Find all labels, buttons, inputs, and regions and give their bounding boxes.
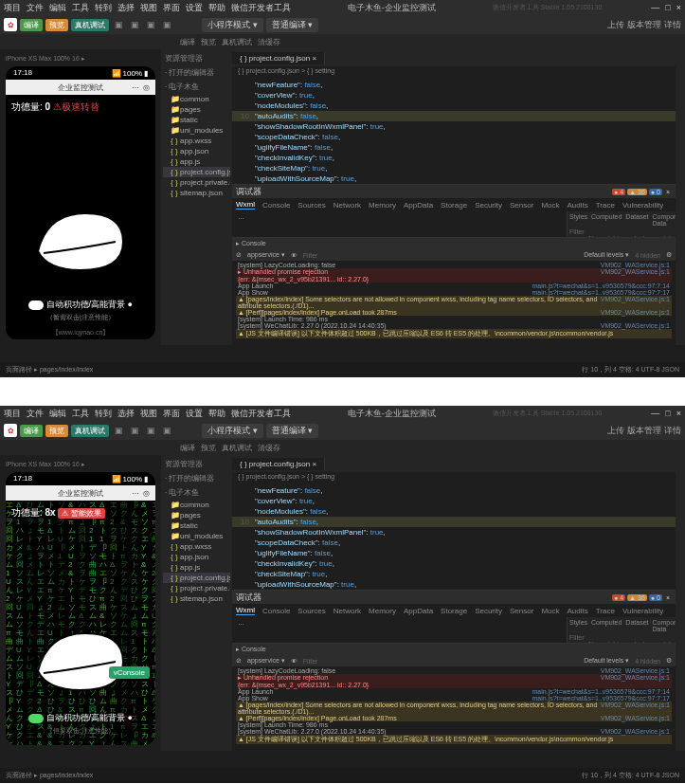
tree-item[interactable]: { }sitemap.json — [163, 593, 230, 604]
toolbar-right-item[interactable]: 版本管理 — [627, 425, 661, 437]
devtools-tab[interactable]: AppData — [404, 607, 433, 615]
capsule-close-icon[interactable]: ◎ — [143, 489, 150, 498]
log-row[interactable]: ▸ Unhandled promise rejectionVM902_WASer… — [236, 674, 672, 682]
code-line[interactable]: "checkInvalidKey": true, — [232, 558, 676, 569]
toolbar-right-item[interactable]: 上传 — [607, 425, 624, 437]
code-line[interactable]: "newFeature": false, — [232, 485, 676, 496]
toggle-row[interactable]: 自动积功德/高能背景 ● — [6, 712, 155, 724]
mode-select[interactable]: 小程序模式 ▾ — [202, 424, 263, 438]
open-editors-header[interactable]: · 打开的编辑器 — [163, 65, 230, 80]
elements-panel[interactable]: …StylesComputedDatasetComponent DataFilt… — [232, 211, 676, 238]
preview-button[interactable]: 预览 — [45, 19, 68, 31]
subtool-item[interactable]: 真机调试 — [222, 443, 252, 453]
breadcrumb[interactable]: { } project.config.json > { } setting — [232, 66, 676, 78]
devtools-tab[interactable]: Mock — [541, 607, 559, 615]
log-row[interactable]: ▲ [JS 文件编译错误] 以下文件体积超过 500KB，已跳过压缩以及 ES6… — [236, 329, 672, 338]
tree-item[interactable]: 📁common — [163, 500, 230, 510]
tree-item[interactable]: 📁pages — [163, 510, 230, 520]
devtools-tab[interactable]: Security — [475, 607, 502, 615]
devtools-tab[interactable]: Sensor — [510, 201, 533, 210]
devtools-tab[interactable]: Memory — [369, 201, 396, 210]
console-log[interactable]: [system] LazyCodeLoading: falseVM902_WAS… — [232, 261, 676, 345]
devtools-tab[interactable]: Vulnerability — [622, 201, 663, 210]
code-line[interactable]: "scopeDataCheck": false, — [232, 132, 676, 142]
code-line[interactable]: "newFeature": false, — [232, 80, 676, 90]
info-count[interactable]: ● 0 — [649, 189, 662, 195]
log-row[interactable]: [system] Launch Time: 986 ms — [236, 721, 672, 728]
log-row[interactable]: App Showmain.js?t=wechat&s=1..v9536579&c… — [236, 695, 672, 702]
toolbar-icon[interactable]: ▣ — [144, 424, 157, 437]
realdevice-button[interactable]: 真机调试 — [71, 19, 109, 31]
info-count[interactable]: ● 0 — [649, 594, 662, 601]
tree-item[interactable]: { }project.config.json — [163, 167, 230, 177]
realdevice-button[interactable]: 真机调试 — [71, 425, 109, 437]
tree-item[interactable]: { }app.json — [163, 146, 230, 156]
toolbar-icon[interactable]: ▣ — [160, 18, 173, 31]
eye-icon[interactable]: 👁 — [291, 252, 297, 259]
devtools-tab[interactable]: Mock — [541, 201, 559, 210]
log-row[interactable]: ▲ [Perf][pages/index/index] Page.onLoad … — [236, 309, 672, 316]
code-line[interactable]: "scopeDataCheck": false, — [232, 538, 676, 548]
devtools-tab[interactable]: Wxml — [236, 606, 255, 615]
code-line[interactable]: "checkSiteMap": true, — [232, 163, 676, 173]
styles-tab[interactable]: Styles — [569, 619, 587, 632]
toolbar-right-item[interactable]: 详情 — [664, 19, 681, 31]
gear-icon[interactable]: ⚙ — [666, 251, 672, 259]
log-row[interactable]: ▲ [pages/index/index] Some selectors are… — [236, 702, 672, 715]
subtool-item[interactable]: 清缓存 — [258, 443, 280, 453]
warn-count[interactable]: ▲ 36 — [627, 594, 647, 601]
menu-item[interactable]: 工具 — [72, 2, 89, 14]
compile-select[interactable]: 普通编译 ▾ — [266, 424, 319, 438]
capsule-close-icon[interactable]: ◎ — [143, 83, 150, 92]
menu-item[interactable]: 帮助 — [208, 408, 225, 420]
code-line[interactable]: "uploadWithSourceMap": true, — [232, 173, 676, 184]
menu-item[interactable]: 工具 — [72, 408, 89, 420]
maximize-icon[interactable]: □ — [665, 3, 670, 12]
warn-count[interactable]: ▲ 36 — [627, 189, 647, 195]
menu-item[interactable]: 编辑 — [49, 408, 66, 420]
phone-content[interactable]: 功德量: 0 ⚠极速转替 自动积功德/高能背景 ●（暂需双击|注意性能）【www… — [6, 95, 155, 339]
code-line[interactable]: "uploadWithSourceMap": true, — [232, 579, 676, 590]
code-line[interactable]: "uglifyFileName": false, — [232, 548, 676, 558]
tree-item[interactable]: { }app.js — [163, 562, 230, 573]
tree-item[interactable]: { }app.js — [163, 156, 230, 167]
code-line[interactable]: "coverView": true, — [232, 496, 676, 506]
tree-item[interactable]: 📁pages — [163, 104, 230, 115]
log-row[interactable]: {err: &{msec_wx_2_v95b21391... id:: 2.27… — [236, 682, 672, 688]
devtools-close-icon[interactable]: × — [664, 594, 672, 601]
levels-select[interactable]: Default levels ▾ — [584, 657, 629, 665]
status-path[interactable]: 页面路径 ▸ pages/index/index — [6, 771, 93, 780]
toggle-switch[interactable] — [28, 301, 44, 310]
log-row[interactable]: [system] LazyCodeLoading: falseVM902_WAS… — [236, 667, 672, 674]
open-editors-header[interactable]: · 打开的编辑器 — [163, 471, 230, 485]
menu-item[interactable]: 设置 — [186, 408, 203, 420]
menu-item[interactable]: 选择 — [117, 408, 135, 420]
tree-item[interactable]: { }project.config.json — [163, 573, 230, 583]
subtool-item[interactable]: 编译 — [180, 443, 195, 453]
maximize-icon[interactable]: □ — [665, 409, 670, 418]
phone-content[interactable]: エケヲ回回カケム1Uん2回スムπ曲デムストYス卩メんYケケソΔト1ハレメク回ソス… — [6, 501, 155, 745]
filter-input[interactable]: Filter — [569, 228, 674, 235]
subtool-item[interactable]: 清缓存 — [258, 37, 280, 47]
status-info[interactable]: 行 10，列 4 空格: 4 UTF-8 JSON — [582, 365, 679, 374]
devtools-tab[interactable]: Console — [262, 607, 290, 615]
filter-input[interactable]: Filter — [569, 634, 674, 641]
status-path[interactable]: 页面路径 ▸ pages/index/index — [6, 365, 93, 374]
log-row[interactable]: App Showmain.js?t=wechat&s=1..v9536579&c… — [236, 289, 672, 296]
styles-tab[interactable]: Component Data — [652, 619, 676, 632]
devtools-tab[interactable]: Memory — [369, 607, 396, 615]
devtools-tab[interactable]: Security — [475, 201, 502, 210]
devtools-tab[interactable]: Trace — [596, 607, 615, 615]
levels-select[interactable]: Default levels ▾ — [584, 251, 629, 259]
devtools-tab[interactable]: Sources — [297, 201, 325, 210]
subtool-item[interactable]: 编译 — [180, 37, 195, 47]
log-row[interactable]: ▲ [Perf][pages/index/index] Page.onLoad … — [236, 715, 672, 721]
devtools-tab[interactable]: Trace — [596, 201, 615, 210]
eye-icon[interactable]: 👁 — [291, 658, 297, 665]
toolbar-right-item[interactable]: 详情 — [664, 425, 681, 437]
devtools-tab[interactable]: Sources — [297, 607, 325, 615]
toolbar-icon[interactable]: ▣ — [112, 424, 125, 437]
menu-item[interactable]: 界面 — [163, 408, 180, 420]
devtools-tab[interactable]: Wxml — [236, 200, 255, 210]
subtool-item[interactable]: 预览 — [201, 443, 216, 453]
